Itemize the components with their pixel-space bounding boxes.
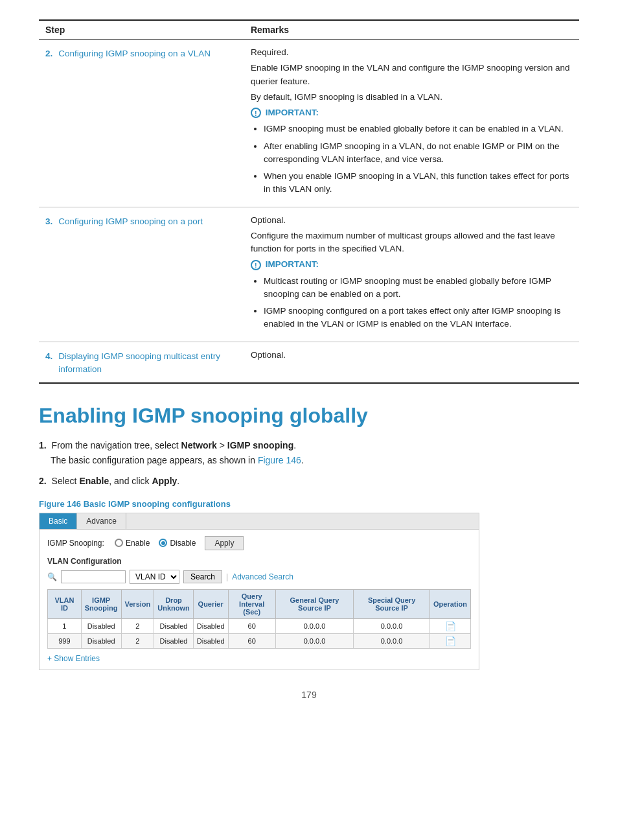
step-2-text-after: .	[177, 476, 179, 486]
bullet-list: IGMP snooping must be enabled globally b…	[264, 122, 573, 196]
table-cell: Disabled	[193, 618, 228, 633]
ui-mockup: Basic Advance IGMP Snooping: Enable Disa…	[39, 513, 479, 670]
step-2-num: 2.	[39, 476, 47, 486]
tab-advance[interactable]: Advance	[77, 513, 126, 529]
radio-enable-label: Enable	[126, 539, 150, 548]
vlan-col-header: IGMP Snooping	[81, 589, 121, 618]
step-2-text-before: Select	[52, 476, 80, 486]
step-num-cell: 3.	[45, 215, 52, 228]
radio-disable-label: Disable	[170, 539, 196, 548]
table-cell: 0.0.0.0	[354, 633, 430, 648]
radio-enable-circle	[115, 539, 123, 547]
step-1-sub: The basic configuration page appears, as…	[51, 455, 258, 465]
list-item: After enabling IGMP snooping in a VLAN, …	[264, 140, 573, 167]
important-row: ! IMPORTANT:	[251, 106, 573, 119]
search-input[interactable]	[61, 570, 126, 583]
radio-enable-item[interactable]: Enable	[115, 539, 150, 548]
tab-basic[interactable]: Basic	[40, 513, 77, 529]
remarks-line: Enable IGMP snooping in the VLAN and con…	[251, 62, 573, 88]
remarks-line: Optional.	[251, 214, 573, 227]
step-1-sub-after: .	[301, 455, 304, 465]
step-table: Step Remarks 2.Configuring IGMP snooping…	[39, 19, 579, 384]
table-cell: 1	[48, 618, 82, 633]
bullet-list: Multicast routing or IGMP snooping must …	[264, 275, 573, 331]
step-1-bold1: Network	[181, 440, 217, 450]
radio-group: Enable Disable	[115, 539, 196, 548]
list-item: Multicast routing or IGMP snooping must …	[264, 275, 573, 301]
list-item: IGMP snooping must be enabled globally b…	[264, 122, 573, 135]
radio-disable-circle	[159, 539, 167, 547]
steps-outer: 1. From the navigation tree, select Netw…	[39, 438, 579, 488]
step-link-cell[interactable]: Configuring IGMP snooping on a VLAN	[58, 47, 211, 60]
important-label: IMPORTANT:	[263, 259, 319, 269]
ui-body: IGMP Snooping: Enable Disable Apply VLAN…	[40, 530, 479, 670]
vlan-col-header: Special Query Source IP	[354, 589, 430, 618]
table-cell: 60	[228, 633, 275, 648]
step-2-text-mid: , and click	[109, 476, 152, 486]
important-row: ! IMPORTANT:	[251, 258, 573, 271]
important-label: IMPORTANT:	[263, 108, 319, 117]
step-2-bold1: Enable	[79, 476, 109, 486]
vlan-col-header: Version	[121, 589, 154, 618]
table-cell: Disabled	[81, 633, 121, 648]
vlan-col-header: Operation	[430, 589, 471, 618]
table-cell: 2	[121, 618, 154, 633]
step-2: 2. Select Enable, and click Apply.	[39, 474, 579, 488]
table-cell: Disabled	[193, 633, 228, 648]
step-2-bold2: Apply	[152, 476, 177, 486]
radio-disable-dot	[161, 541, 165, 545]
list-item: When you enable IGMP snooping in a VLAN,…	[264, 170, 573, 196]
show-entries[interactable]: + Show Entries	[47, 654, 471, 663]
vlan-col-header: Drop Unknown	[154, 589, 194, 618]
table-row: 1Disabled2DisabledDisabled600.0.0.00.0.0…	[48, 618, 471, 633]
search-sep: |	[226, 572, 228, 581]
table-row-remarks: Required.Enable IGMP snooping in the VLA…	[244, 40, 579, 207]
step-link-cell[interactable]: Configuring IGMP snooping on a port	[58, 215, 203, 228]
advanced-search-link[interactable]: Advanced Search	[232, 572, 293, 581]
edit-icon[interactable]: 📄	[445, 621, 456, 631]
edit-icon[interactable]: 📄	[445, 636, 456, 646]
apply-button[interactable]: Apply	[205, 536, 244, 550]
remarks-line: By default, IGMP snooping is disabled in…	[251, 91, 573, 104]
table-row-step: 2.Configuring IGMP snooping on a VLAN	[39, 40, 244, 207]
remarks-line: Optional.	[251, 349, 573, 362]
table-cell: Disabled	[81, 618, 121, 633]
fig-caption: Figure 146 Basic IGMP snooping configura…	[39, 499, 579, 509]
table-cell: Disabled	[154, 618, 194, 633]
vlan-id-select[interactable]: VLAN ID	[130, 570, 179, 584]
step-1-text-after: .	[293, 440, 296, 450]
radio-disable-item[interactable]: Disable	[159, 539, 196, 548]
fig-146-link[interactable]: Figure 146	[258, 455, 301, 465]
table-cell: 60	[228, 618, 275, 633]
remarks-line: Configure the maximum number of multicas…	[251, 229, 573, 256]
vlan-table: VLAN IDIGMP SnoopingVersionDrop UnknownQ…	[47, 589, 471, 649]
table-cell[interactable]: 📄	[430, 633, 471, 648]
vlan-col-header: General Query Source IP	[275, 589, 353, 618]
igmp-snooping-label: IGMP Snooping:	[47, 539, 106, 548]
section-heading: Enabling IGMP snooping globally	[39, 403, 579, 428]
tab-bar: Basic Advance	[40, 513, 479, 530]
vlan-col-header: VLAN ID	[48, 589, 82, 618]
table-row-remarks: Optional.Configure the maximum number of…	[244, 207, 579, 342]
page-number: 179	[39, 690, 579, 700]
table-cell: 2	[121, 633, 154, 648]
important-icon: !	[251, 108, 261, 118]
important-icon: !	[251, 260, 261, 270]
table-row-step: 3.Configuring IGMP snooping on a port	[39, 207, 244, 342]
table-row-remarks: Optional.	[244, 342, 579, 383]
step-num-cell: 2.	[45, 47, 52, 60]
step-num-cell: 4.	[45, 350, 52, 363]
search-icon: 🔍	[47, 572, 57, 581]
vlan-col-header: Query Interval (Sec)	[228, 589, 275, 618]
table-cell[interactable]: 📄	[430, 618, 471, 633]
vlan-col-header: Querier	[193, 589, 228, 618]
table-cell: 999	[48, 633, 82, 648]
step-link-cell[interactable]: Displaying IGMP snooping multicast entry…	[58, 350, 238, 377]
step-1-text-before: From the navigation tree, select	[52, 440, 181, 450]
list-item: IGMP snooping configured on a port takes…	[264, 305, 573, 331]
step-1-sep: >	[217, 440, 227, 450]
search-button[interactable]: Search	[183, 570, 222, 583]
igmp-snooping-row: IGMP Snooping: Enable Disable Apply	[47, 536, 471, 550]
table-cell: 0.0.0.0	[275, 633, 353, 648]
vlan-config-label: VLAN Configuration	[47, 557, 471, 566]
